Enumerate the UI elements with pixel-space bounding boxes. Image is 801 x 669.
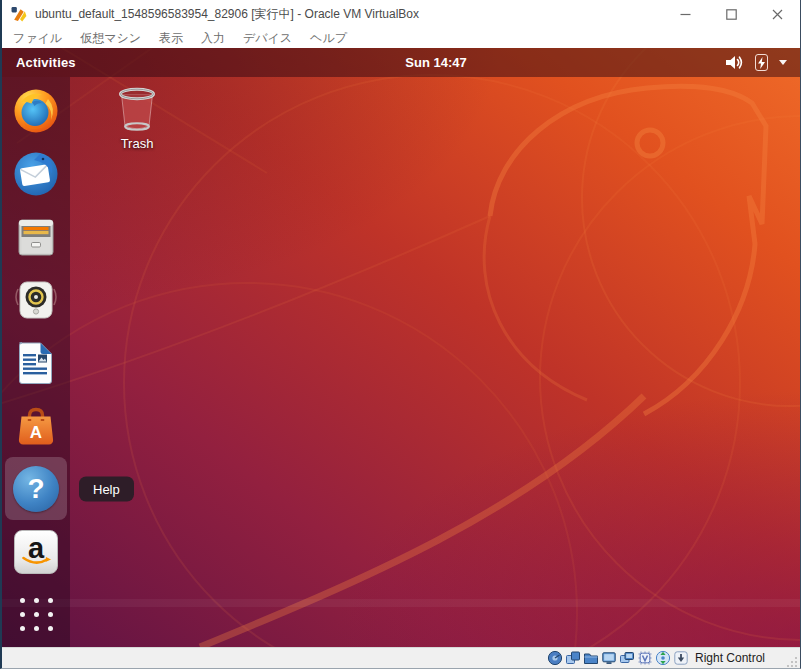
hard-disks-icon[interactable] <box>547 650 563 666</box>
mouse-integration-icon[interactable] <box>655 650 671 666</box>
trash-label: Trash <box>121 136 154 151</box>
clock[interactable]: Sun 14:47 <box>405 55 466 70</box>
close-icon <box>772 9 783 20</box>
maximize-icon <box>726 9 737 20</box>
menu-input[interactable]: 入力 <box>192 29 234 48</box>
files-icon <box>12 213 60 261</box>
battery-charging-icon <box>755 54 768 71</box>
network-icon[interactable] <box>565 650 581 666</box>
dock-item-help[interactable]: ? Help <box>5 457 67 520</box>
svg-text:A: A <box>30 423 42 442</box>
dock-item-amazon[interactable]: a <box>5 520 67 583</box>
desktop-surface[interactable]: Activities Sun 14:47 <box>2 48 800 647</box>
menu-help[interactable]: ヘルプ <box>301 29 356 48</box>
show-applications-icon <box>20 598 53 631</box>
dock: A ? Help a <box>2 77 70 647</box>
maximize-button[interactable] <box>708 0 754 29</box>
window-title: ubuntu_default_1548596583954_82906 [実行中]… <box>35 6 419 23</box>
system-indicators[interactable] <box>725 48 787 77</box>
virtualbox-vm-icon <box>11 6 28 23</box>
display-icon[interactable] <box>601 650 617 666</box>
menu-machine[interactable]: 仮想マシン <box>71 29 150 48</box>
dock-item-rhythmbox[interactable] <box>5 268 67 331</box>
resize-grip[interactable] <box>787 656 798 667</box>
trash-icon <box>114 85 160 133</box>
thunderbird-icon <box>12 150 60 198</box>
dock-item-show-applications[interactable] <box>5 583 67 646</box>
volume-icon <box>725 54 744 71</box>
features-chip-icon[interactable] <box>637 650 653 666</box>
help-icon: ? <box>13 466 59 512</box>
dock-item-libreoffice-writer[interactable] <box>5 331 67 394</box>
virtual-screens-icon[interactable] <box>619 650 635 666</box>
minimize-button[interactable] <box>662 0 708 29</box>
ubuntu-software-icon: A <box>12 402 60 450</box>
menu-devices[interactable]: デバイス <box>234 29 301 48</box>
menubar: ファイル 仮想マシン 表示 入力 デバイス ヘルプ <box>2 29 800 48</box>
amazon-smile-arrow <box>22 556 52 568</box>
host-key-label: Right Control <box>695 651 765 665</box>
rhythmbox-icon <box>12 276 60 324</box>
close-button[interactable] <box>754 0 800 29</box>
dock-item-files[interactable] <box>5 205 67 268</box>
minimize-icon <box>680 9 691 20</box>
firefox-icon <box>12 87 60 135</box>
activities-button[interactable]: Activities <box>16 55 76 70</box>
keyboard-capture-icon[interactable] <box>673 650 689 666</box>
libreoffice-writer-icon <box>12 339 60 387</box>
virtualbox-window: ubuntu_default_1548596583954_82906 [実行中]… <box>0 0 801 669</box>
help-tooltip: Help <box>79 476 134 501</box>
menu-view[interactable]: 表示 <box>150 29 192 48</box>
dock-item-thunderbird[interactable] <box>5 142 67 205</box>
amazon-icon: a <box>14 530 58 574</box>
desktop-icon-trash[interactable]: Trash <box>106 85 168 151</box>
titlebar[interactable]: ubuntu_default_1548596583954_82906 [実行中]… <box>2 0 800 29</box>
chevron-down-icon <box>779 60 787 65</box>
help-question-glyph: ? <box>27 475 44 503</box>
dock-item-firefox[interactable] <box>5 79 67 142</box>
shared-folders-icon[interactable] <box>583 650 599 666</box>
dock-item-ubuntu-software[interactable]: A <box>5 394 67 457</box>
gnome-top-bar: Activities Sun 14:47 <box>2 48 800 77</box>
menu-file[interactable]: ファイル <box>4 29 71 48</box>
vbox-status-bar: Right Control <box>2 647 800 668</box>
